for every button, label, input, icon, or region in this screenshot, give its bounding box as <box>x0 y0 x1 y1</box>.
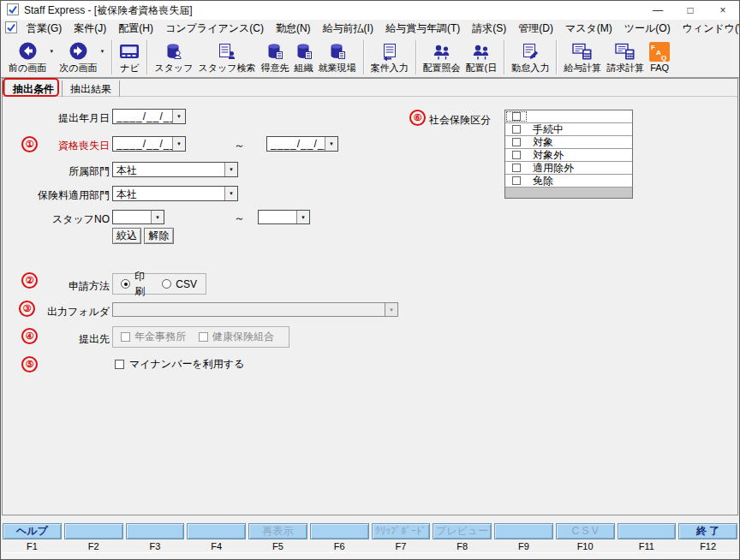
toolbar: 前の画面 ▼ 次の画面 ▼ ナビ スタッフ スタッフ <box>1 37 739 78</box>
checkbox-mynumber[interactable] <box>115 360 124 369</box>
maximize-button[interactable]: □ <box>674 1 707 20</box>
toolbar-payroll-calc[interactable]: 給与計算 <box>564 40 601 74</box>
toolbar-assignment-inquiry[interactable]: 配置照会 <box>423 40 461 74</box>
chevron-down-icon[interactable]: ▼ <box>172 110 185 123</box>
toolbar-prev-screen[interactable]: 前の画面 <box>9 40 46 74</box>
staff-no-from-value <box>113 211 151 223</box>
fkey-clipboard-button: ｸﾘｯﾌﾟﾎﾞｰﾄﾞ <box>372 523 431 539</box>
toolbar-assignment-daily[interactable]: 配置(日 <box>466 40 498 74</box>
toolbar-label: ナビ <box>120 62 140 74</box>
minimize-button[interactable]: — <box>642 1 674 20</box>
chevron-down-icon[interactable]: ▼ <box>296 211 309 223</box>
checkbox-pension-office-label: 年金事務所 <box>134 330 186 344</box>
checkbox-mynumber-label[interactable]: マイナンバーを利用する <box>129 357 244 372</box>
menu-item-window[interactable]: ウィンドウ(W) <box>677 21 740 37</box>
fkey-label-f11: F11 <box>618 539 677 551</box>
staff-no-from-combo[interactable]: ▼ <box>112 210 164 224</box>
list-item[interactable]: 適用除外 <box>505 162 632 175</box>
menu-item-admin[interactable]: 管理(D) <box>512 21 559 37</box>
list-filler <box>505 188 632 198</box>
menu-item-assignment[interactable]: 配置(H) <box>112 21 159 37</box>
radio-csv[interactable] <box>162 279 171 289</box>
department-value: 本社 <box>113 163 224 176</box>
radio-print[interactable] <box>121 279 130 289</box>
fkey-f6-button[interactable] <box>310 523 369 539</box>
fkey-label-f7: F7 <box>372 539 431 551</box>
fkey-f3-button[interactable] <box>126 523 185 539</box>
list-item[interactable]: 免除 <box>505 175 632 188</box>
insurance-department-combo[interactable]: 本社 ▼ <box>112 186 238 201</box>
toolbar-navi[interactable]: ナビ <box>119 40 140 74</box>
menu-item-master[interactable]: マスタ(M) <box>559 21 618 37</box>
checkbox[interactable] <box>512 151 521 159</box>
toolbar-separator <box>415 40 416 74</box>
fkey-redisplay-button: 再表示 <box>248 523 307 539</box>
loss-date-from-combo[interactable]: ____/__/__ ▼ <box>112 136 186 152</box>
window-title: Staff Express - [被保険者資格喪失届] <box>24 3 192 18</box>
toolbar-organization[interactable]: 組織 <box>295 40 313 74</box>
tab-extract-conditions[interactable]: 抽出条件 <box>4 80 63 97</box>
radio-print-label[interactable]: 印刷 <box>134 270 149 299</box>
menu-item-advance-pay[interactable]: 給与前払(I) <box>317 21 379 37</box>
social-insurance-label: 社会保険区分 <box>429 113 503 128</box>
checkbox[interactable] <box>512 138 521 146</box>
fkey-label-f2: F2 <box>64 539 123 551</box>
menu-item-sales[interactable]: 営業(G) <box>21 21 68 37</box>
chevron-down-icon: ▼ <box>385 303 397 316</box>
toolbar-attendance-entry[interactable]: 勤怠入力 <box>511 40 549 74</box>
status-bar <box>2 552 738 558</box>
fkey-exit-button[interactable]: 終 了 <box>678 523 737 539</box>
checkbox[interactable] <box>512 112 521 121</box>
chevron-down-icon[interactable]: ▼ <box>151 211 164 223</box>
toolbar-separator <box>111 40 112 74</box>
submit-date-combo[interactable]: ____/__/__ ▼ <box>112 109 186 124</box>
toolbar-case-entry[interactable]: 案件入力 <box>371 40 409 74</box>
toolbar-separator <box>504 40 504 74</box>
toolbar-separator <box>146 40 147 74</box>
toolbar-staff[interactable]: スタッフ <box>154 40 193 74</box>
menu-item-attendance[interactable]: 勤怠(N) <box>270 21 317 37</box>
checkbox[interactable] <box>512 125 521 134</box>
chevron-down-icon[interactable]: ▼ <box>224 163 237 176</box>
narrow-button[interactable]: 絞込 <box>112 228 141 244</box>
close-button[interactable]: × <box>707 1 739 20</box>
fkey-f4-button[interactable] <box>187 523 246 539</box>
release-button[interactable]: 解除 <box>144 228 174 244</box>
fkey-f11-button[interactable] <box>618 523 677 539</box>
menu-item-tools[interactable]: ツール(O) <box>618 21 677 37</box>
chevron-down-icon[interactable]: ▼ <box>224 187 237 200</box>
toolbar-client[interactable]: 得意先 <box>261 40 289 74</box>
department-combo[interactable]: 本社 ▼ <box>112 162 238 177</box>
chevron-down-icon[interactable]: ▼ <box>49 49 54 54</box>
fkey-label-f4: F4 <box>187 539 246 551</box>
checkbox[interactable] <box>512 176 521 185</box>
toolbar-staff-search[interactable]: スタッフ検索 <box>198 40 255 74</box>
list-item[interactable]: 対象 <box>505 136 632 149</box>
fkey-help-button[interactable]: ヘルプ <box>3 523 62 539</box>
document-icon <box>5 21 17 36</box>
chevron-down-icon[interactable]: ▼ <box>172 137 185 151</box>
menu-item-payroll-yearend[interactable]: 給与賞与年調(T) <box>379 21 466 37</box>
toolbar-next-screen[interactable]: 次の画面 <box>59 40 97 74</box>
list-item[interactable] <box>505 110 632 123</box>
chevron-down-icon[interactable]: ▼ <box>99 49 104 54</box>
checkbox[interactable] <box>512 164 521 172</box>
checkbox-health-insurance-label: 健康保険組合 <box>212 330 274 344</box>
tab-extract-results[interactable]: 抽出結果 <box>63 80 120 97</box>
list-item[interactable]: 手続中 <box>505 123 632 136</box>
fkey-f9-button[interactable] <box>494 523 553 539</box>
fkey-label-f10: F10 <box>556 539 615 551</box>
radio-csv-label[interactable]: CSV <box>176 278 197 290</box>
menu-item-cases[interactable]: 案件(J) <box>68 21 112 37</box>
insurance-department-value: 本社 <box>113 187 224 200</box>
toolbar-billing-calc[interactable]: 請求計算 <box>606 40 644 74</box>
menu-item-compliance[interactable]: コンプライアンス(C) <box>159 21 270 37</box>
toolbar-label: 配置(日 <box>466 62 498 74</box>
loss-date-to-combo[interactable]: ____/__/__ ▼ <box>266 136 338 152</box>
staff-no-to-combo[interactable]: ▼ <box>258 210 310 224</box>
chevron-down-icon[interactable]: ▼ <box>325 137 337 151</box>
fkey-f2-button[interactable] <box>64 523 123 539</box>
menu-item-billing[interactable]: 請求(S) <box>466 21 512 37</box>
toolbar-worksite[interactable]: 就業現場 <box>319 40 356 74</box>
toolbar-faq[interactable]: FAQ FAQ <box>649 41 670 73</box>
